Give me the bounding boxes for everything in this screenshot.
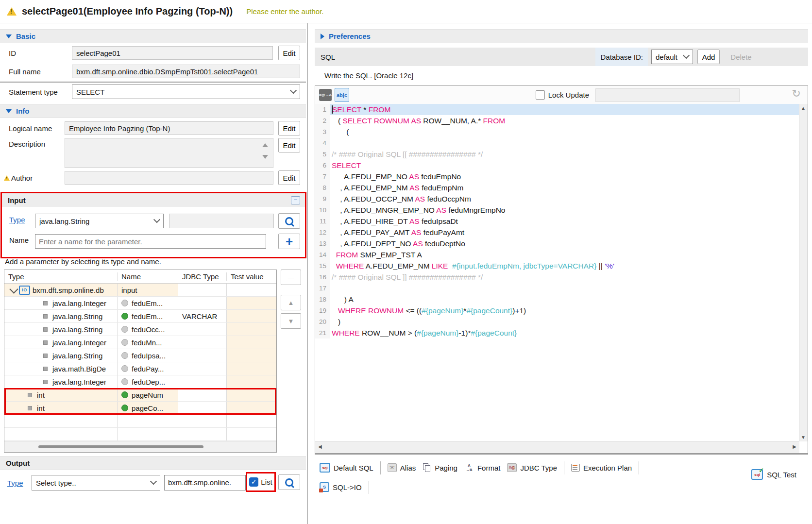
database-id-select[interactable]: default [651,50,693,64]
output-search-button[interactable] [278,474,300,490]
refresh-icon[interactable]: ↻ [792,87,801,100]
column-header-type[interactable]: Type [4,272,117,281]
column-header-jdbc-type[interactable]: JDBC Type [178,272,226,281]
field-box-icon [43,314,48,319]
toolbar-button-format[interactable]: A→BFormat [464,463,501,473]
table-row[interactable]: java.lang.StringfeduOcc... [4,323,276,336]
code-line[interactable]: 18 ) A [315,294,799,305]
edit-logical-name-button[interactable]: Edit [278,121,300,135]
column-header-test-value[interactable]: Test value [226,272,276,281]
code-line[interactable]: 3 ( [315,126,799,137]
table-row[interactable]: java.lang.IntegerfeduMn... [4,336,276,349]
chevron-down-icon[interactable] [9,285,18,293]
fullname-field[interactable]: bxm.dft.smp.online.dbio.DSmpEmpTst001.se… [72,65,300,78]
logical-name-field[interactable]: Employee Info Pagzing (Top-N) [65,121,273,135]
editor-vscrollbar[interactable]: ▲ ▼ [799,104,808,441]
sql-test-button[interactable]: sql SQL Test [751,469,796,480]
code-line[interactable]: 7 A.FEDU_EMP_NO AS feduEmpNo [315,171,799,182]
toolbar-button-alias[interactable]: 'A'Alias [388,463,416,472]
edit-author-button[interactable]: Edit [278,170,300,185]
hscrollbar-thumb[interactable] [38,445,203,448]
code-line[interactable]: 20 ) [315,316,799,327]
input-type-select[interactable]: java.lang.String [35,214,164,228]
convert-literal-icon-button[interactable]: #@→A [319,89,332,101]
move-up-button[interactable]: ▲ [281,295,301,310]
code-line[interactable]: 17 [315,283,799,294]
code-line[interactable]: 6SELECT [315,160,799,171]
description-textarea[interactable] [65,138,273,168]
scroll-up-icon[interactable]: ▲ [801,105,806,111]
input-type-link[interactable]: Type [9,216,25,224]
basic-section-header[interactable]: Basic [0,29,306,43]
toolbar-button-execution-plan[interactable]: Execution Plan [571,464,632,472]
edit-description-button[interactable]: Edit [278,138,300,152]
text-edit-mode-icon-button[interactable]: ab|c [335,88,349,102]
toolbar-button-jdbc-type[interactable]: #@JDBC Type [507,463,557,472]
search-type-button[interactable] [278,213,300,229]
code-line[interactable]: 11 , A.FEDU_HIRE_DT AS feduIpsaDt [315,216,799,227]
code-line[interactable]: 9 , A.FEDU_OCCP_NM AS feduOccpNm [315,193,799,204]
scroll-up-icon[interactable] [262,143,268,147]
table-row[interactable]: intpageCo... [4,402,276,415]
list-checkbox[interactable]: ✓ [249,477,258,487]
code-line[interactable]: 14 FROM SMP_EMP_TST A [315,249,799,260]
code-line[interactable]: 15 WHERE A.FEDU_EMP_NM LIKE #{input.fedu… [315,260,799,271]
parameter-name-input[interactable] [35,234,266,249]
lock-update-checkbox[interactable] [536,90,545,100]
table-row[interactable] [4,415,276,428]
add-parameter-button[interactable]: + [278,234,300,249]
info-section-header[interactable]: Info [0,104,306,118]
table-row[interactable]: java.lang.IntegerfeduEm... [4,297,276,310]
sql-text: || [596,262,605,270]
scroll-left-icon[interactable]: ◀ [318,444,322,449]
table-row[interactable]: java.lang.IntegerfeduDep... [4,375,276,389]
delete-database-button[interactable]: Delete [727,50,756,64]
table-row[interactable] [4,428,276,441]
remove-parameter-button[interactable]: — [281,270,301,285]
output-type-select[interactable]: Select type.. [32,475,160,490]
statement-type-select[interactable]: SELECT [72,85,300,99]
code-line[interactable]: 4 [315,137,799,149]
column-header-name[interactable]: Name [117,272,178,281]
output-type-link[interactable]: Type [7,479,23,487]
table-row[interactable]: java.math.BigDefeduPay... [4,362,276,375]
author-field[interactable] [65,171,273,185]
add-database-button[interactable]: Add [697,50,720,64]
table-hscrollbar[interactable] [4,441,276,452]
code-line[interactable]: 2 ( SELECT ROWNUM AS ROW__NUM, A.* FROM [315,115,799,126]
table-row[interactable]: intpageNum [4,389,276,402]
table-row[interactable]: java.lang.StringfeduIpsa... [4,349,276,362]
toolbar-button-paging[interactable]: Paging [423,463,457,472]
toolbar-button-label: Format [477,464,501,472]
code-line[interactable]: 12 , A.FEDU_PAY_AMT AS feduPayAmt [315,227,799,238]
scroll-down-icon[interactable]: ▼ [801,435,806,440]
code-line[interactable]: 21WHERE ROW__NUM > (#{pageNum}-1)*#{page… [315,327,799,338]
table-row[interactable]: java.lang.StringfeduEm...VARCHAR [4,310,276,323]
code-line[interactable]: 13 , A.FEDU_DEPT_NO AS feduDeptNo [315,238,799,249]
textarea-scroll-spinner[interactable] [262,143,268,159]
toolbar-button-default-sql[interactable]: sqlDefault SQL [320,463,373,473]
table-row[interactable]: IObxm.dft.smp.online.dbinput [4,284,276,297]
output-section-header[interactable]: Output [0,456,306,470]
toolbar-button-sql-io[interactable]: SSQL->IO [320,482,362,492]
code-line[interactable]: 19 WHERE ROWNUM <= ((#{pageNum}*#{pageCo… [315,305,799,316]
id-label: ID [9,49,16,57]
editor-hscrollbar[interactable]: ◀ ▶ [315,441,799,453]
scroll-right-icon[interactable]: ▶ [793,444,796,449]
code-line[interactable]: 5/* #### Original SQL [[ ###############… [315,149,799,160]
panel-divider[interactable] [307,23,308,524]
edit-id-button[interactable]: Edit [278,46,300,60]
code-line[interactable]: 10 , A.FEDU_MNGR_EMP_NO AS feduMngrEmpNo [315,204,799,216]
move-down-button[interactable]: ▼ [281,313,301,329]
code-line[interactable]: 1SELECT * FROM [315,104,799,115]
scroll-down-icon[interactable] [262,155,268,159]
sql-code-area[interactable]: 1SELECT * FROM2 ( SELECT ROWNUM AS ROW__… [315,104,799,441]
collapse-icon[interactable]: − [291,196,300,204]
preferences-section-header[interactable]: Preferences [315,29,808,43]
output-package-field[interactable]: bxm.dft.smp.online. [164,475,246,490]
code-line[interactable]: 16/* #### Original SQL ]] ##############… [315,271,799,283]
code-line[interactable]: 8 , A.FEDU_EMP_NM AS feduEmpNm [315,182,799,193]
id-field[interactable]: selectPage01 [72,46,273,60]
input-type-search-field[interactable] [169,214,274,228]
name-text: feduEm... [132,312,163,321]
